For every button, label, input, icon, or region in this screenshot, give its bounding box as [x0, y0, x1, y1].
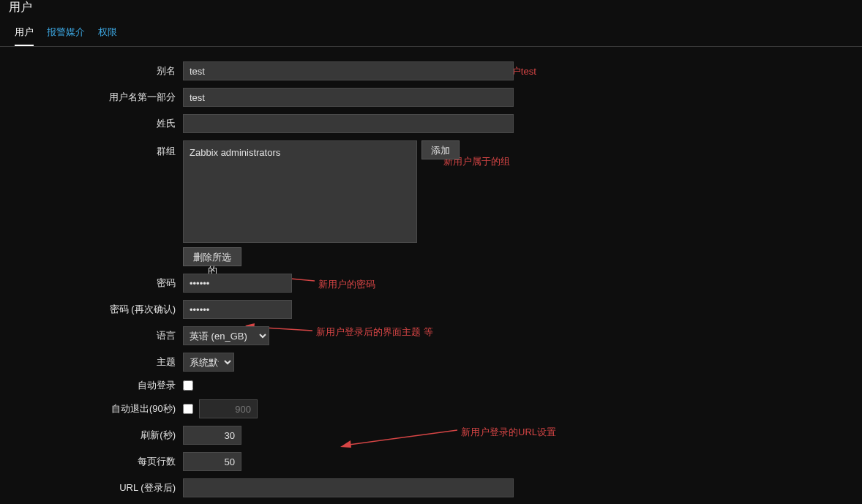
theme-select[interactable]: 系统默认 — [183, 353, 234, 372]
groups-listbox[interactable]: Zabbix administrators — [183, 140, 417, 243]
label-rows-per-page: 每页行数 — [0, 455, 183, 468]
label-alias: 别名 — [0, 64, 183, 78]
add-group-button[interactable]: 添加 — [421, 140, 460, 159]
delete-selected-button[interactable]: 删除所选的 — [183, 247, 241, 266]
tab-permissions[interactable]: 权限 — [98, 26, 117, 46]
auto-logout-checkbox[interactable] — [183, 404, 193, 414]
page-title: 用户 — [0, 0, 862, 18]
label-language: 语言 — [0, 329, 183, 342]
label-url-after-login: URL (登录后) — [0, 481, 183, 494]
label-theme: 主题 — [0, 356, 183, 369]
tab-user[interactable]: 用户 — [15, 26, 34, 46]
language-select[interactable]: 英语 (en_GB) — [183, 326, 269, 345]
password-confirm-input[interactable] — [183, 300, 292, 319]
label-password: 密码 — [0, 277, 183, 290]
auto-logout-value-input — [199, 399, 258, 418]
password-input[interactable] — [183, 274, 292, 293]
alias-input[interactable] — [183, 61, 514, 80]
tab-media[interactable]: 报警媒介 — [47, 26, 85, 46]
refresh-input[interactable] — [183, 426, 241, 445]
tabs-bar: 用户 报警媒介 权限 — [0, 18, 862, 47]
label-name-first: 用户名第一部分 — [0, 91, 183, 104]
surname-input[interactable] — [183, 114, 514, 133]
list-item[interactable]: Zabbix administrators — [190, 146, 411, 159]
label-groups: 群组 — [0, 140, 183, 158]
label-auto-logout: 自动退出(90秒) — [0, 402, 183, 415]
user-form: 新建 zabbix 用户test 新用户属于的组 新用户的密码 新用户登录后的界… — [0, 47, 862, 504]
label-password-confirm: 密码 (再次确认) — [0, 303, 183, 316]
auto-login-checkbox[interactable] — [183, 380, 193, 391]
name-first-input[interactable] — [183, 88, 514, 107]
label-refresh: 刷新(秒) — [0, 429, 183, 442]
label-auto-login: 自动登录 — [0, 379, 183, 392]
label-surname: 姓氏 — [0, 117, 183, 130]
rows-per-page-input[interactable] — [183, 452, 241, 471]
url-after-login-input[interactable] — [183, 478, 514, 497]
